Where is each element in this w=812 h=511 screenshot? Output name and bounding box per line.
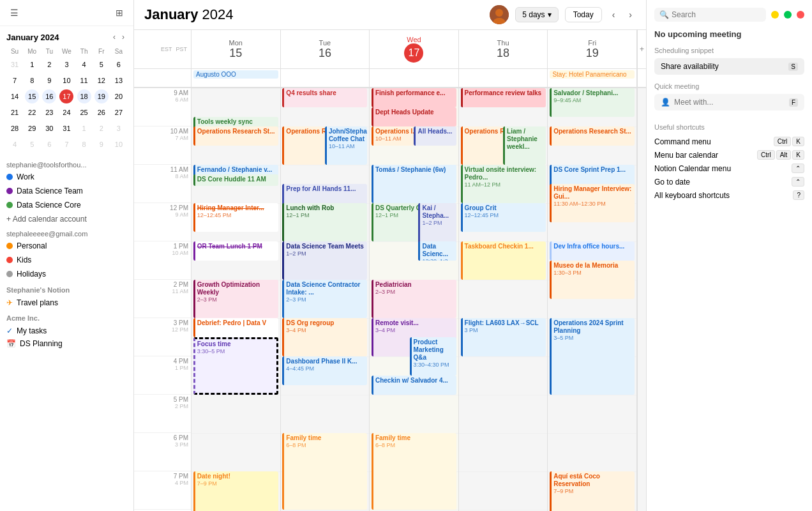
view-selector[interactable]: 5 days ▾ (515, 7, 558, 22)
mini-cal-day[interactable]: 24 (59, 105, 73, 119)
maximize-btn[interactable] (784, 11, 792, 19)
calendar-event[interactable]: Group Crit12–12:45 PM (461, 203, 546, 232)
calendar-event[interactable]: Data Science Team Meets1–2 PM (282, 241, 367, 280)
mini-cal-day[interactable]: 18 (77, 89, 91, 103)
mini-cal-day[interactable]: 2 (42, 57, 56, 72)
user-avatar[interactable] (490, 5, 509, 24)
sidebar-cal-item[interactable]: Data Science Core (0, 198, 133, 212)
mini-cal-day[interactable]: 4 (77, 57, 91, 72)
today-btn[interactable]: Today (565, 7, 602, 22)
notion-cal-item[interactable]: ✈Travel plans (0, 296, 133, 309)
calendar-event[interactable]: Aquí está Coco Reservation7–9 PM (550, 471, 635, 511)
mini-cal-day[interactable]: 2 (94, 121, 109, 135)
acme-cal-item[interactable]: 📅DS Planning (0, 337, 133, 350)
sidebar-toggle-btn[interactable]: ☰ (6, 5, 22, 20)
mini-cal-day[interactable]: 5 (94, 57, 109, 72)
mini-cal-day[interactable]: 28 (8, 121, 22, 135)
calendar-event[interactable]: Liam / Stephanie weekl... (503, 126, 546, 165)
mini-cal-day[interactable]: 27 (112, 105, 126, 119)
calendar-event[interactable]: Operations Research St... (193, 126, 278, 146)
sidebar-cal-item[interactable]: Kids (0, 253, 133, 267)
calendar-event[interactable]: Operations 2024 Sprint Planning3–5 PM (550, 318, 635, 395)
calendar-event[interactable]: DS Core Huddle 11 AM (193, 174, 278, 186)
mini-cal-day[interactable]: 26 (94, 105, 109, 119)
mini-cal-day[interactable]: 3 (112, 121, 126, 135)
mini-cal-day[interactable]: 20 (112, 89, 126, 103)
add-col-btn[interactable]: + (637, 30, 646, 68)
mini-cal-day[interactable]: 16 (42, 89, 56, 103)
mini-cal-day[interactable]: 14 (8, 89, 22, 103)
calendar-event[interactable]: Performance review talks (461, 88, 546, 107)
mini-cal-day[interactable]: 8 (25, 73, 39, 88)
calendar-event[interactable]: Lunch with Rob12–1 PM (282, 203, 367, 241)
calendar-event[interactable]: All Heads... (414, 126, 456, 146)
calendar-event[interactable]: Checkin w/ Salvador 4... (372, 376, 456, 395)
mini-cal-day[interactable]: 25 (77, 105, 91, 119)
mini-cal-day[interactable]: 7 (8, 73, 22, 88)
close-btn[interactable] (797, 11, 804, 19)
calendar-event[interactable]: Virtual onsite interview: Pedro...11 AM–… (461, 165, 546, 203)
calendar-event[interactable]: Q4 results share (282, 88, 367, 107)
mini-cal-day[interactable]: 31 (8, 57, 22, 72)
mini-cal-day[interactable]: 10 (59, 73, 73, 88)
mini-cal-day[interactable]: 3 (59, 57, 73, 72)
mini-cal-day[interactable]: 4 (8, 137, 22, 151)
calendar-event[interactable]: OR Team Lunch 1 PM (193, 241, 278, 261)
all-day-event[interactable]: Stay: Hotel Panamericano (550, 70, 635, 79)
mini-cal-day[interactable]: 10 (112, 137, 126, 151)
layout-btn[interactable]: ⊞ (112, 5, 127, 20)
acme-cal-item[interactable]: ✓My tasks (0, 324, 133, 337)
mini-cal-day[interactable]: 30 (42, 121, 56, 135)
mini-cal-day[interactable]: 5 (25, 137, 39, 151)
calendar-event[interactable]: Pediatrician2–3 PM (372, 280, 456, 318)
mini-cal-next[interactable]: › (119, 31, 127, 43)
calendar-event[interactable]: Dept Heads Update (372, 107, 456, 126)
calendar-event[interactable]: Family time6–8 PM (282, 433, 367, 510)
calendar-event[interactable]: Flight: LA603 LAX→SCL3 PM (461, 318, 546, 356)
mini-cal-day[interactable]: 7 (59, 137, 73, 151)
calendar-event[interactable]: Data Science Contractor Intake: ...2–3 P… (282, 280, 367, 318)
mini-cal-day[interactable]: 6 (112, 57, 126, 72)
calendar-event[interactable]: Taskboard Checkin 1... (461, 241, 546, 280)
mini-cal-day[interactable]: 1 (25, 57, 39, 72)
mini-cal-day[interactable]: 13 (112, 73, 126, 88)
calendar-event[interactable]: Tomás / Stephanie (6w) (372, 165, 456, 203)
sidebar-cal-item[interactable]: Personal (0, 239, 133, 253)
mini-cal-day[interactable]: 8 (77, 137, 91, 151)
calendar-event[interactable]: Dev Infra office hours... (550, 241, 635, 261)
calendar-event[interactable]: Focus time3:30–5 PM (193, 337, 278, 395)
mini-cal-day[interactable]: 31 (59, 121, 73, 135)
scroll-area[interactable]: 9 AM6 AM10 AM7 AM11 AM8 AM12 PM9 AM1 PM1… (134, 88, 646, 511)
mini-cal-day[interactable]: 11 (77, 73, 91, 88)
calendar-event[interactable]: Growth Optimization Weekly2–3 PM (193, 280, 278, 318)
sidebar-cal-item[interactable]: Data Science Team (0, 184, 133, 198)
sidebar-cal-item[interactable]: Holidays (0, 267, 133, 281)
mini-cal-day[interactable]: 9 (42, 73, 56, 88)
search-input[interactable] (672, 10, 761, 19)
minimize-btn[interactable] (771, 11, 779, 19)
mini-cal-day[interactable]: 1 (77, 121, 91, 135)
calendar-event[interactable]: Museo de la Memoria1:30–3 PM (550, 261, 635, 299)
calendar-event[interactable]: Product Marketing Q&a3:30–4:30 PM (410, 337, 456, 376)
calendar-event[interactable]: Data Scienc...12:30–1:3 (418, 241, 456, 261)
mini-cal-day[interactable]: 29 (25, 121, 39, 135)
mini-cal-day[interactable]: 23 (42, 105, 56, 119)
calendar-event[interactable]: Date night!7–9 PM (193, 471, 278, 511)
calendar-event[interactable]: Salvador / Stephani...9–9:45 AM (550, 88, 635, 117)
mini-cal-day[interactable]: 17 (59, 89, 73, 103)
share-availability-btn[interactable]: Share availability S (654, 58, 804, 75)
next-btn[interactable]: › (625, 7, 636, 22)
calendar-event[interactable]: Dashboard Phase II K...4–4:45 PM (282, 356, 367, 385)
prev-btn[interactable]: ‹ (608, 7, 619, 22)
calendar-event[interactable]: Family time6–8 PM (372, 433, 456, 510)
meet-input[interactable] (674, 98, 785, 107)
calendar-event[interactable]: John/Stephanie Coffee Chat10–11 AM (325, 126, 368, 165)
add-calendar-btn[interactable]: + Add calendar account (0, 212, 133, 226)
calendar-event[interactable]: Debrief: Pedro | Data V (193, 318, 278, 337)
mini-cal-day[interactable]: 19 (94, 89, 109, 103)
calendar-event[interactable]: DS Org regroup3–4 PM (282, 318, 367, 356)
mini-cal-day[interactable]: 15 (25, 89, 39, 103)
calendar-event[interactable]: Hiring Manager Interview: Gui...11:30 AM… (550, 184, 635, 222)
all-day-event[interactable]: Augusto OOO (193, 70, 278, 79)
mini-cal-day[interactable]: 9 (94, 137, 109, 151)
